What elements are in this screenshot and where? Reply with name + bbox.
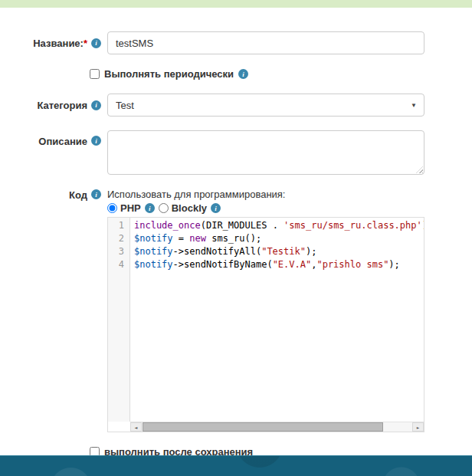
code-line: $notify->sendNotifByName("E.V.A","prishl… <box>134 258 424 271</box>
php-radio[interactable] <box>107 203 117 213</box>
php-radio-option[interactable]: PHP <box>107 202 141 214</box>
description-row: Описание i <box>0 130 472 175</box>
php-info-icon[interactable]: i <box>145 203 155 213</box>
scroll-left-button[interactable]: ◄ <box>130 422 142 432</box>
top-accent-bar <box>0 0 472 8</box>
code-mode-caption: Использовать для программирования: <box>107 189 424 200</box>
code-editor[interactable]: 1234 include_once(DIR_MODULES . 'sms_ru/… <box>107 217 424 432</box>
name-label-col: Название:* i <box>0 31 107 54</box>
name-row: Название:* i <box>0 31 472 54</box>
category-label-col: Категория i <box>0 94 107 117</box>
code-field-col: Использовать для программирования: PHP i… <box>107 189 424 432</box>
line-number: 3 <box>108 245 129 258</box>
category-info-icon[interactable]: i <box>91 100 101 110</box>
code-mode-options: PHP i Blockly i <box>107 202 424 214</box>
code-line: $notify->sendNotifyAll("Testik"); <box>134 245 424 258</box>
description-label-col: Описание i <box>0 130 107 175</box>
line-number: 4 <box>108 258 129 271</box>
code-line: include_once(DIR_MODULES . 'sms_ru/sms_r… <box>134 219 424 232</box>
task-form: Название:* i Выполнять периодически i Ка… <box>0 8 472 458</box>
category-select[interactable]: Test <box>107 94 424 117</box>
name-input[interactable] <box>107 31 424 54</box>
scrollbar-thumb[interactable] <box>143 422 383 432</box>
description-label: Описание <box>38 136 87 147</box>
name-label: Название:* <box>33 38 87 49</box>
code-line: $notify = new sms_ru(); <box>134 232 424 245</box>
blockly-info-icon[interactable]: i <box>211 203 221 213</box>
horizontal-scrollbar[interactable]: ◄ ► <box>130 422 424 432</box>
category-field-col: Test ▼ <box>107 94 424 117</box>
scroll-right-button[interactable]: ► <box>412 422 424 432</box>
name-label-text: Название: <box>33 38 84 49</box>
name-info-icon[interactable]: i <box>91 38 101 48</box>
name-field-col <box>107 31 424 54</box>
required-asterisk: * <box>84 38 87 49</box>
periodic-label: Выполнять периодически <box>104 68 234 80</box>
description-info-icon[interactable]: i <box>91 136 101 146</box>
blockly-radio-option[interactable]: Blockly <box>159 202 207 214</box>
periodic-checkbox[interactable] <box>90 69 100 79</box>
code-info-icon[interactable]: i <box>91 189 101 199</box>
line-number: 1 <box>108 219 129 232</box>
blockly-radio[interactable] <box>159 203 169 213</box>
periodic-row: Выполнять периодически i <box>90 68 472 80</box>
scrollbar-track[interactable] <box>142 422 412 432</box>
category-row: Категория i Test ▼ <box>0 94 472 117</box>
description-field-col <box>107 130 424 175</box>
code-gutter: 1234 <box>108 218 130 422</box>
code-label-col: Код i <box>0 189 107 432</box>
code-lines[interactable]: include_once(DIR_MODULES . 'sms_ru/sms_r… <box>131 218 424 422</box>
blockly-radio-label: Blockly <box>172 202 207 214</box>
periodic-info-icon[interactable]: i <box>238 69 248 79</box>
code-label: Код <box>69 189 87 201</box>
line-number: 2 <box>108 232 129 245</box>
php-radio-label: PHP <box>120 202 141 214</box>
code-row: Код i Использовать для программирования:… <box>0 189 472 432</box>
category-label: Категория <box>37 100 87 111</box>
description-textarea[interactable] <box>107 130 424 175</box>
footer-bar <box>0 455 472 476</box>
